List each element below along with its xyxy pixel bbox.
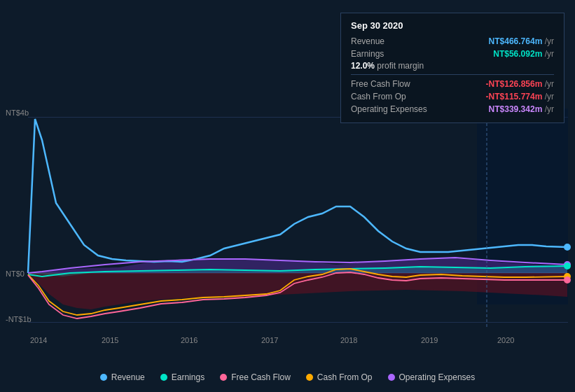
x-label-2019: 2019 [421,336,438,344]
tooltip-profit-margin: 12.0% profit margin [351,60,554,71]
tooltip-row-earnings: Earnings NT$56.092m /yr [351,48,554,60]
legend-item-cashfromop[interactable]: Cash From Op [306,372,373,382]
x-label-2020: 2020 [497,336,514,344]
tooltip-row-fcf: Free Cash Flow -NT$126.856m /yr [351,78,554,90]
legend-label-earnings: Earnings [172,372,205,382]
legend-item-earnings[interactable]: Earnings [160,372,205,382]
legend-label-fcf: Free Cash Flow [231,372,291,382]
legend-dot-earnings [160,374,167,381]
x-label-2018: 2018 [340,336,357,344]
legend-label-cashfromop: Cash From Op [317,372,373,382]
legend-dot-fcf [220,374,227,381]
chart-legend: Revenue Earnings Free Cash Flow Cash Fro… [0,372,575,382]
legend-item-fcf[interactable]: Free Cash Flow [220,372,291,382]
tooltip-row-revenue: Revenue NT$466.764m /yr [351,35,554,48]
legend-item-revenue[interactable]: Revenue [100,372,145,382]
legend-dot-cashfromop [306,374,313,381]
revenue-dot [564,244,571,251]
tooltip-label-fcf: Free Cash Flow [351,79,410,89]
tooltip-label-cashfromop: Cash From Op [351,92,406,102]
legend-dot-revenue [100,374,107,381]
legend-dot-opex [388,374,395,381]
tooltip-date: Sep 30 2020 [351,20,554,31]
tooltip-value-earnings: NT$56.092m /yr [493,49,554,59]
tooltip-row-cashfromop: Cash From Op -NT$115.774m /yr [351,90,554,103]
tooltip-label-opex: Operating Expenses [351,104,427,114]
legend-label-opex: Operating Expenses [399,372,476,382]
tooltip-value-revenue: NT$466.764m /yr [489,36,554,46]
x-label-2014: 2014 [30,336,47,344]
tooltip-row-opex: Operating Expenses NT$339.342m /yr [351,103,554,115]
earnings-dot [564,262,571,270]
x-label-2016: 2016 [181,336,198,344]
tooltip-divider [351,74,554,75]
tooltip-value-fcf: -NT$126.856m /yr [486,79,554,89]
x-label-2015: 2015 [102,336,118,344]
legend-item-opex[interactable]: Operating Expenses [388,372,476,382]
tooltip-label-earnings: Earnings [351,49,384,59]
x-label-2017: 2017 [261,336,278,344]
fcf-dot [564,276,571,284]
revenue-line [28,119,567,273]
tooltip-label-revenue: Revenue [351,36,385,46]
legend-label-revenue: Revenue [111,372,145,382]
tooltip-value-cashfromop: -NT$115.774m /yr [486,92,554,102]
tooltip-value-opex: NT$339.342m /yr [489,104,554,114]
tooltip-panel: Sep 30 2020 Revenue NT$466.764m /yr Earn… [340,13,564,123]
